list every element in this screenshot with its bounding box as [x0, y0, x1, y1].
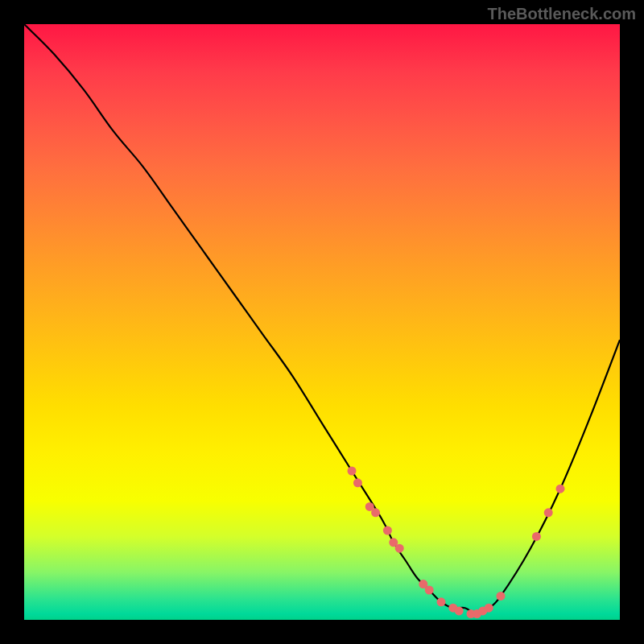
- data-marker: [485, 604, 493, 613]
- data-marker: [348, 467, 357, 476]
- data-marker: [425, 586, 434, 595]
- data-markers: [348, 467, 565, 619]
- data-marker: [371, 508, 380, 517]
- data-marker: [383, 526, 392, 535]
- data-marker: [437, 597, 446, 606]
- chart-plot-area: [24, 24, 620, 620]
- data-marker: [455, 606, 464, 615]
- bottleneck-curve: [24, 24, 620, 614]
- watermark-label: TheBottleneck.com: [488, 5, 636, 23]
- data-marker: [544, 508, 553, 517]
- data-marker: [532, 532, 541, 541]
- data-marker: [556, 485, 565, 493]
- data-marker: [353, 478, 362, 487]
- data-marker: [395, 544, 404, 553]
- data-marker: [497, 592, 506, 601]
- chart-svg: [24, 24, 620, 620]
